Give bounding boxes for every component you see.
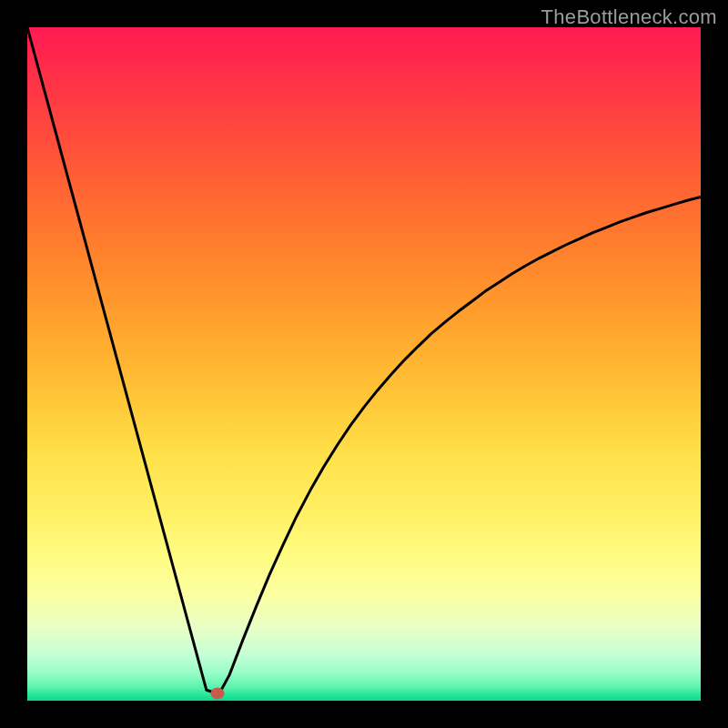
minimum-marker bbox=[210, 687, 224, 699]
watermark-text: TheBottleneck.com bbox=[541, 5, 717, 29]
curve-svg bbox=[27, 27, 701, 701]
chart-frame: TheBottleneck.com bbox=[0, 0, 728, 728]
bottleneck-curve bbox=[27, 27, 701, 693]
plot-area bbox=[27, 27, 701, 701]
